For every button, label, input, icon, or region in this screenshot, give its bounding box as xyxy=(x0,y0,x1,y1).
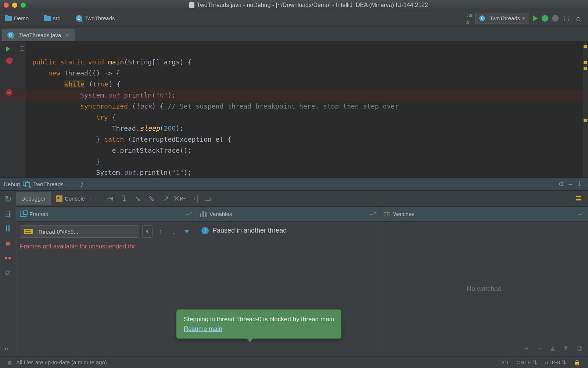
close-window-button[interactable] xyxy=(4,3,9,8)
next-frame-button[interactable]: ↓ xyxy=(169,225,179,238)
breadcrumb-project[interactable]: Demo xyxy=(3,12,42,25)
step-out-button[interactable]: ↗ xyxy=(160,193,172,205)
thread-dropdown-button[interactable]: ▾ xyxy=(142,225,153,238)
fold-column[interactable]: – xyxy=(19,41,26,177)
prev-frame-button[interactable]: ↑ xyxy=(155,225,166,238)
resume-main-link[interactable]: Resume main xyxy=(184,325,222,332)
run-config-selector[interactable]: C TwoThreads ▾ xyxy=(475,13,529,24)
variables-title: Variables xyxy=(209,211,232,217)
tab-console[interactable]: Console →" xyxy=(51,192,100,206)
editor-tabs: C TwoThreads.java ✕ xyxy=(0,26,588,41)
view-breakpoints-button[interactable]: ●● xyxy=(3,253,13,263)
tooltip-message: Stepping in thread Thread-0 is blocked b… xyxy=(184,315,334,324)
resume-all-button[interactable]: ⇶ xyxy=(3,209,13,219)
mute-breakpoints-button[interactable]: ⊘ xyxy=(3,268,13,277)
more-button[interactable]: » xyxy=(4,345,8,353)
step-toolbar: ⇥ ⤵ ↘ ⇘ ↗ ✕⇤ →| ▭ xyxy=(104,193,214,205)
close-tab-icon[interactable]: ✕ xyxy=(65,32,69,38)
folder-icon xyxy=(44,16,51,21)
debug-tabs-bar: ↻ Debugger Console →" ⇥ ⤵ ↘ ⇘ ↗ ✕⇤ →| ▭ … xyxy=(0,191,588,207)
encoding-selector[interactable]: UTF-8 ⇅ xyxy=(545,359,567,366)
stripe-warning-mark[interactable] xyxy=(584,119,587,122)
editor-tab[interactable]: C TwoThreads.java ✕ xyxy=(2,29,75,41)
breakpoint-disabled-icon[interactable] xyxy=(6,57,12,64)
move-up-button[interactable]: ▲ xyxy=(548,344,557,353)
window-titlebar: TwoThreads.java - noDebug - [~/Downloads… xyxy=(0,0,588,10)
watches-body[interactable]: No watches xyxy=(380,222,588,356)
frames-panel: Frames →" "Thread-0"@59... ▾ ↑ ↓ ⏷ Frame… xyxy=(16,207,196,356)
hide-icon[interactable]: ⤓ xyxy=(577,180,582,188)
code-editor[interactable]: ✓ – public static void main(String[] arg… xyxy=(0,41,588,177)
stripe-warning-mark[interactable] xyxy=(584,67,587,70)
status-message: All files are up-to-date (a minute ago) xyxy=(16,359,107,365)
window-controls xyxy=(4,3,26,8)
window-title-text: TwoThreads.java - noDebug - [~/Downloads… xyxy=(197,2,428,8)
rerun-button[interactable]: ↻ xyxy=(3,194,13,204)
editor-content[interactable]: public static void main(String[] args) {… xyxy=(26,41,588,177)
breadcrumb-class[interactable]: C TwoThreads xyxy=(74,12,128,25)
drop-frame-button[interactable]: ✕⇤ xyxy=(174,193,186,205)
class-icon: C xyxy=(76,15,82,22)
class-icon: C xyxy=(479,15,485,21)
readonly-toggle[interactable]: 🔒 xyxy=(574,359,581,366)
debug-toolwindow-header[interactable]: Debug TwoThreads ⚙ – ⤓ xyxy=(0,177,588,191)
minimize-window-button[interactable] xyxy=(12,3,17,8)
step-over-button[interactable]: ⤵ xyxy=(118,193,130,205)
debug-toolwindow-title: Debug xyxy=(4,181,20,187)
add-watch-button[interactable]: ＋ xyxy=(522,344,531,353)
filter-frames-button[interactable]: ⏷ xyxy=(182,225,192,238)
thread-dump-button[interactable]: ≣ xyxy=(573,193,584,205)
line-separator-selector[interactable]: CRLF ⇅ xyxy=(516,359,537,366)
watches-toolbar: ＋ － ▲ ▼ ⧉ xyxy=(522,344,584,353)
pin-icon[interactable]: →" xyxy=(369,211,376,217)
zoom-window-button[interactable] xyxy=(21,3,26,8)
minimize-icon[interactable]: – xyxy=(569,180,572,188)
info-icon: ! xyxy=(201,227,209,234)
pin-icon[interactable]: →" xyxy=(577,211,584,217)
pause-button[interactable]: ⏸ xyxy=(3,224,13,233)
frames-header[interactable]: Frames →" xyxy=(16,207,196,222)
navigation-bar: Demo src C TwoThreads ↓ 0101 C TwoThread… xyxy=(0,10,588,26)
stop-button[interactable]: ■ xyxy=(3,238,13,248)
thread-selector[interactable]: "Thread-0"@59... xyxy=(20,225,139,238)
frames-unavailable-message: Frames not available for unsuspended thr xyxy=(20,241,192,250)
copy-watch-button[interactable]: ⧉ xyxy=(575,344,584,353)
run-to-cursor-button[interactable]: →| xyxy=(188,193,200,205)
show-execution-point-button[interactable]: ⇥ xyxy=(104,193,116,205)
watches-icon xyxy=(384,212,390,216)
fold-toggle-icon[interactable]: – xyxy=(20,46,24,51)
stripe-warning-mark[interactable] xyxy=(584,45,587,48)
step-into-button[interactable]: ↘ xyxy=(132,193,144,205)
run-button[interactable] xyxy=(533,15,538,21)
gear-icon[interactable]: ⚙ xyxy=(558,180,564,188)
build-icon[interactable]: ↓ 0101 xyxy=(466,12,472,25)
project-structure-button[interactable]: ⬚ xyxy=(562,14,570,22)
editor-tab-label: TwoThreads.java xyxy=(19,32,61,38)
pin-icon: →" xyxy=(87,195,94,202)
variables-header[interactable]: Variables →" xyxy=(196,207,380,222)
gutter[interactable]: ✓ xyxy=(0,41,19,177)
breadcrumb-project-label: Demo xyxy=(14,15,29,21)
breadcrumb-src[interactable]: src xyxy=(42,12,74,25)
frames-title: Frames xyxy=(29,211,48,217)
console-icon xyxy=(56,195,62,202)
toolwindow-button[interactable]: ▥ xyxy=(7,359,12,366)
variables-message: Paused in another thread xyxy=(212,227,287,234)
run-line-icon[interactable] xyxy=(6,46,10,52)
caret-position[interactable]: 8:1 xyxy=(501,359,509,365)
watches-panel: Watches →" No watches ＋ － ▲ ▼ ⧉ xyxy=(380,207,588,356)
move-down-button[interactable]: ▼ xyxy=(562,344,570,353)
error-stripe[interactable] xyxy=(583,41,588,177)
search-icon[interactable]: ⌕ xyxy=(574,14,582,22)
watches-header[interactable]: Watches →" xyxy=(380,207,588,222)
remove-watch-button[interactable]: － xyxy=(535,344,544,353)
tab-console-label: Console xyxy=(65,195,85,202)
evaluate-button[interactable]: ▭ xyxy=(202,193,214,205)
stripe-warning-mark[interactable] xyxy=(584,61,587,64)
debug-button[interactable] xyxy=(542,15,548,22)
watches-title: Watches xyxy=(393,211,415,217)
file-icon xyxy=(189,2,194,8)
debug-coverage-button[interactable] xyxy=(552,15,559,22)
pin-icon[interactable]: →" xyxy=(185,211,192,217)
force-step-into-button[interactable]: ⇘ xyxy=(146,193,158,205)
